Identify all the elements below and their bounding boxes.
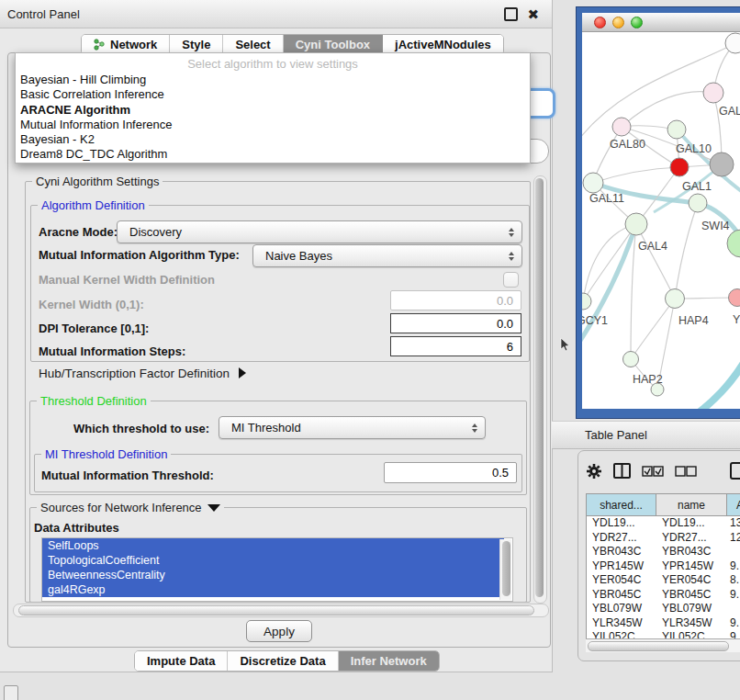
aracne-mode-select[interactable]: Discovery <box>117 220 522 243</box>
tab-style[interactable]: Style <box>170 35 223 54</box>
network-node[interactable] <box>727 230 740 257</box>
algorithm-option[interactable]: Dream8 DC_TDC Algorithm <box>16 147 530 162</box>
attribute-item-selected[interactable]: TopologicalCoefficient <box>42 553 504 568</box>
algorithm-option[interactable]: Bayesian - Hill Climbing <box>16 73 530 87</box>
attribute-item-selected[interactable]: BetweennessCentrality <box>42 568 504 582</box>
algorithm-option[interactable]: Mutual Information Inference <box>16 118 530 132</box>
algorithm-dropdown-prompt: Select algorithm to view settings <box>16 53 530 73</box>
application-screen: Control Panel ✖ Network Style Select Cyn <box>0 0 740 700</box>
tab-impute-data[interactable]: Impute Data <box>135 651 228 671</box>
threshold-definition-title: Threshold Definition <box>37 394 151 408</box>
deselect-all-icon[interactable] <box>675 466 697 477</box>
algorithm-option-selected[interactable]: ARACNE Algorithm <box>16 103 530 118</box>
dpi-tolerance-field[interactable]: 0.0 <box>390 313 521 333</box>
table-row[interactable]: YBL079WYBL079W <box>587 602 740 616</box>
network-node-gal1[interactable] <box>670 158 689 176</box>
mi-steps-label: Mutual Information Steps: <box>39 344 185 358</box>
apply-button[interactable]: Apply <box>246 620 312 642</box>
data-attributes-list[interactable]: SelfLoops TopologicalCoefficient Between… <box>41 537 513 602</box>
settings-vertical-scrollbar[interactable] <box>533 175 547 604</box>
close-traffic-light-icon[interactable] <box>594 17 606 28</box>
tab-select[interactable]: Select <box>223 35 283 54</box>
mouse-cursor-icon <box>560 338 571 353</box>
network-node-gal10[interactable] <box>667 120 686 139</box>
network-node-label: GAL80 <box>610 138 645 151</box>
expanded-arrow-icon <box>207 504 220 512</box>
tab-infer-network[interactable]: Infer Network <box>339 651 439 671</box>
network-nodes: GALGAL80GAL10GAL1GAL11SWI4GAL4GCY1HAP4YH… <box>582 33 740 396</box>
tab-cyni-toolbox[interactable]: Cyni Toolbox <box>284 35 383 54</box>
algorithm-option[interactable]: Basic Correlation Inference <box>16 87 530 102</box>
mi-threshold-value: 0.5 <box>492 466 509 480</box>
network-node-hap4[interactable] <box>666 289 685 309</box>
column-header-shared-name[interactable]: shared... <box>587 494 656 515</box>
sources-group-title[interactable]: Sources for Network Inference <box>37 501 224 514</box>
manual-kernel-width-checkbox[interactable] <box>503 272 519 288</box>
select-all-icon[interactable] <box>642 466 664 477</box>
network-node-gal4[interactable] <box>625 213 647 235</box>
minimized-panel-icon[interactable] <box>4 685 18 700</box>
which-threshold-label: Which threshold to use: <box>73 422 209 435</box>
table-horizontal-scrollbar[interactable] <box>586 638 740 652</box>
float-window-icon[interactable] <box>504 7 518 21</box>
cyni-bottom-tabs: Impute Data Discretize Data Infer Networ… <box>134 650 440 672</box>
algorithm-option[interactable]: Bayesian - K2 <box>16 132 530 147</box>
kernel-width-label: Kernel Width (0,1): <box>39 298 144 311</box>
table-row[interactable]: YBR045CYBR045C9. <box>587 588 740 603</box>
which-threshold-select[interactable]: MI Threshold <box>219 416 486 439</box>
network-node-gal11[interactable] <box>583 173 603 193</box>
mi-algorithm-type-label: Mutual Information Algorithm Type: <box>39 248 240 262</box>
aracne-mode-value: Discovery <box>118 225 182 239</box>
mi-steps-field[interactable]: 6 <box>390 336 521 356</box>
attribute-list-scrollbar[interactable] <box>499 539 511 600</box>
network-node-hap2[interactable] <box>623 352 639 367</box>
network-node-gcy1[interactable] <box>582 293 591 310</box>
table-row[interactable]: YBR043CYBR043C <box>587 545 740 559</box>
attribute-item-selected[interactable]: SelfLoops <box>42 538 504 553</box>
table-row[interactable]: YLR345WYLR345W9. <box>587 616 740 631</box>
network-graph: GALGAL80GAL10GAL1GAL11SWI4GAL4GCY1HAP4YH… <box>582 32 740 409</box>
network-node[interactable] <box>710 152 734 176</box>
tab-discretize-data[interactable]: Discretize Data <box>228 651 338 671</box>
gear-icon[interactable] <box>586 463 602 480</box>
column-header-name[interactable]: name <box>656 494 727 515</box>
minimize-traffic-light-icon[interactable] <box>612 17 624 28</box>
panel-icon[interactable] <box>730 462 740 480</box>
network-node-gal[interactable] <box>703 83 723 103</box>
mi-algorithm-type-select[interactable]: Naive Bayes <box>252 244 522 267</box>
table-panel-titlebar: Table Panel <box>552 421 740 449</box>
network-node-gal80[interactable] <box>612 118 631 136</box>
tab-network[interactable]: Network <box>82 35 170 54</box>
close-icon[interactable]: ✖ <box>527 7 539 21</box>
table-row[interactable]: YPR145WYPR145W9. <box>587 559 740 574</box>
column-manager-icon[interactable] <box>613 463 631 479</box>
network-node-label: GAL4 <box>638 240 667 253</box>
table-row[interactable]: YDR27...YDR27...12 <box>587 531 740 546</box>
network-node[interactable] <box>651 383 664 396</box>
network-canvas[interactable]: GALGAL80GAL10GAL1GAL11SWI4GAL4GCY1HAP4YH… <box>582 32 740 409</box>
settings-horizontal-scrollbar[interactable] <box>13 604 549 617</box>
network-node-label: GAL1 <box>682 180 712 193</box>
hub-definition-label: Hub/Transcription Factor Definition <box>39 367 230 380</box>
column-header-clipped[interactable]: A <box>727 494 740 515</box>
network-view-window[interactable]: GALGAL80GAL10GAL1GAL11SWI4GAL4GCY1HAP4YH… <box>577 7 740 418</box>
mi-threshold-label: Mutual Information Threshold: <box>41 469 214 482</box>
control-panel-title: Control Panel <box>0 7 80 21</box>
aracne-mode-label: Aracne Mode: <box>39 225 118 239</box>
zoom-traffic-light-icon[interactable] <box>631 17 643 28</box>
hub-definition-toggle[interactable]: Hub/Transcription Factor Definition <box>39 367 246 380</box>
network-node-label: Y <box>733 313 740 326</box>
tab-jactivemnodules[interactable]: jActiveMNodules <box>383 35 503 54</box>
network-node-y[interactable] <box>729 289 740 307</box>
mi-threshold-field[interactable]: 0.5 <box>384 462 517 483</box>
dpi-tolerance-value: 0.0 <box>497 317 513 331</box>
attribute-item-selected[interactable]: gal4RGexp <box>42 582 504 597</box>
stepper-arrows-icon <box>509 252 514 261</box>
network-node[interactable] <box>725 33 740 53</box>
node-table: shared... name A YDL19...YDL19...13 YDR2… <box>586 493 740 648</box>
kernel-width-value: 0.0 <box>497 294 513 308</box>
table-row[interactable]: YDL19...YDL19...13 <box>587 516 740 531</box>
table-row[interactable]: YER054CYER054C8. <box>587 573 740 588</box>
network-icon <box>94 39 106 51</box>
network-node-swi4[interactable] <box>689 194 707 212</box>
